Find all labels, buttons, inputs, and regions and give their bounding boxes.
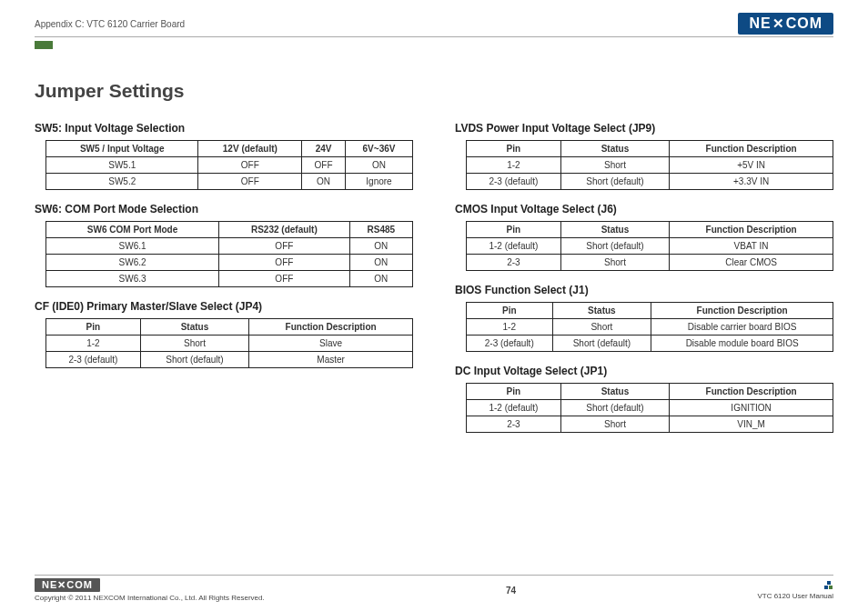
td: ON — [346, 157, 413, 174]
td: VBAT IN — [670, 238, 833, 255]
page-header: Appendix C: VTC 6120 Carrier Board NE✕CO… — [35, 13, 833, 37]
jp1-title: DC Input Voltage Select (JP1) — [455, 365, 833, 377]
td: Master — [249, 352, 413, 368]
table-row: 1-2 Short Slave — [46, 336, 413, 352]
th: Function Description — [249, 319, 413, 336]
jp9-title: LVDS Power Input Voltage Select (JP9) — [455, 122, 833, 135]
td: ON — [349, 238, 412, 255]
th: Function Description — [670, 384, 833, 400]
td: 1-2 — [46, 336, 141, 352]
td: 1-2 (default) — [467, 400, 561, 416]
th: 12V (default) — [198, 141, 302, 157]
logo-top: NE✕COM — [738, 13, 833, 35]
logo-text: NE — [749, 15, 771, 32]
th: Pin — [467, 141, 561, 157]
td: 2-3 (default) — [467, 336, 553, 352]
th: Pin — [46, 319, 141, 336]
table-row: SW6.3 OFF ON — [46, 271, 413, 287]
decoration-block — [35, 41, 53, 49]
table-row: 1-2 (default) Short (default) VBAT IN — [467, 238, 833, 255]
td: OFF — [219, 255, 349, 271]
table-row: SW5.2 OFF ON Ignore — [46, 174, 413, 190]
td: IGNITION — [670, 400, 833, 416]
sw6-table: SW6 COM Port Mode RS232 (default) RS485 … — [45, 221, 413, 287]
breadcrumb: Appendix C: VTC 6120 Carrier Board — [35, 19, 185, 29]
th: Status — [560, 384, 669, 400]
th: Function Description — [651, 303, 833, 319]
td: SW6.3 — [46, 271, 219, 287]
td: VIN_M — [670, 416, 833, 433]
td: Short (default) — [560, 238, 669, 255]
logo-text: NE — [42, 579, 57, 590]
jp9-table: Pin Status Function Description 1-2 Shor… — [466, 140, 833, 190]
td: OFF — [219, 238, 349, 255]
th: RS485 — [349, 222, 412, 238]
td: 2-3 — [467, 255, 561, 271]
logo-footer: NE✕COM — [35, 578, 100, 592]
th: 6V~36V — [346, 141, 413, 157]
th: SW5 / Input Voltage — [46, 141, 198, 157]
table-row: 1-2 (default) Short (default) IGNITION — [467, 400, 833, 416]
td: SW6.2 — [46, 255, 219, 271]
td: 1-2 — [467, 157, 561, 174]
page-title: Jumper Settings — [35, 80, 833, 102]
th: 24V — [302, 141, 346, 157]
td: Disable carrier board BIOS — [651, 319, 833, 336]
th: Status — [560, 141, 669, 157]
table-header-row: Pin Status Function Description — [467, 303, 833, 319]
td: +3.3V IN — [670, 174, 833, 190]
td: Disable module board BIOS — [651, 336, 833, 352]
logo-text-2: COM — [66, 579, 93, 590]
table-row: 2-3 (default) Short (default) Master — [46, 352, 413, 368]
td: Ignore — [346, 174, 413, 190]
td: 2-3 — [467, 416, 561, 433]
j1-table: Pin Status Function Description 1-2 Shor… — [466, 302, 833, 352]
sw5-title: SW5: Input Voltage Selection — [35, 122, 413, 135]
th: Pin — [467, 303, 553, 319]
logo-x-icon: ✕ — [57, 579, 66, 590]
table-row: SW6.2 OFF ON — [46, 255, 413, 271]
jp4-table: Pin Status Function Description 1-2 Shor… — [45, 318, 413, 368]
sw5-table: SW5 / Input Voltage 12V (default) 24V 6V… — [45, 140, 413, 190]
td: Short — [560, 416, 669, 433]
td: 2-3 (default) — [467, 174, 561, 190]
td: OFF — [219, 271, 349, 287]
td: Short (default) — [560, 400, 669, 416]
td: SW5.1 — [46, 157, 198, 174]
table-row: 2-3 Short VIN_M — [467, 416, 833, 433]
left-column: SW5: Input Voltage Selection SW5 / Input… — [35, 113, 413, 446]
td: Short (default) — [552, 336, 651, 352]
table-row: 2-3 Short Clear CMOS — [467, 255, 833, 271]
j1-title: BIOS Function Select (J1) — [455, 284, 833, 296]
j6-table: Pin Status Function Description 1-2 (def… — [466, 221, 833, 271]
squares-icon — [824, 581, 833, 590]
j6-title: CMOS Input Voltage Select (J6) — [455, 203, 833, 215]
td: +5V IN — [670, 157, 833, 174]
table-row: 1-2 Short Disable carrier board BIOS — [467, 319, 833, 336]
th: Pin — [467, 384, 561, 400]
page-number: 74 — [506, 586, 516, 596]
td: Short — [140, 336, 248, 352]
footer-right: VTC 6120 User Manual — [757, 581, 833, 600]
th: SW6 COM Port Mode — [46, 222, 219, 238]
table-header-row: Pin Status Function Description — [467, 222, 833, 238]
td: Short (default) — [140, 352, 248, 368]
jp1-table: Pin Status Function Description 1-2 (def… — [466, 383, 833, 433]
td: ON — [349, 271, 412, 287]
jp4-title: CF (IDE0) Primary Master/Slave Select (J… — [35, 300, 413, 313]
th: Status — [552, 303, 651, 319]
table-header-row: SW6 COM Port Mode RS232 (default) RS485 — [46, 222, 413, 238]
logo-x-icon: ✕ — [772, 15, 785, 32]
table-row: 2-3 (default) Short (default) Disable mo… — [467, 336, 833, 352]
table-header-row: Pin Status Function Description — [467, 384, 833, 400]
th: Status — [140, 319, 248, 336]
table-row: 1-2 Short +5V IN — [467, 157, 833, 174]
manual-name: VTC 6120 User Manual — [757, 592, 833, 600]
content-columns: SW5: Input Voltage Selection SW5 / Input… — [35, 113, 833, 446]
logo-text-2: COM — [786, 15, 823, 32]
td: Short — [560, 255, 669, 271]
th: RS232 (default) — [219, 222, 349, 238]
td: Short (default) — [560, 174, 669, 190]
th: Pin — [467, 222, 561, 238]
td: 2-3 (default) — [46, 352, 141, 368]
